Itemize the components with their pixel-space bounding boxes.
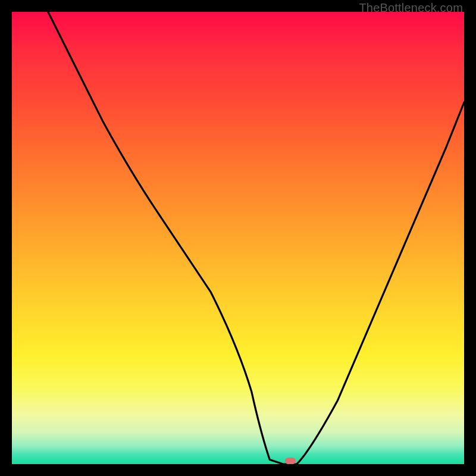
- plot-area: [12, 12, 464, 464]
- optimum-marker: [285, 458, 296, 464]
- bottleneck-curve: [48, 12, 464, 464]
- chart-svg: [12, 12, 464, 464]
- chart-frame: TheBottleneck.com: [0, 0, 476, 476]
- svg-rect-0: [285, 458, 296, 464]
